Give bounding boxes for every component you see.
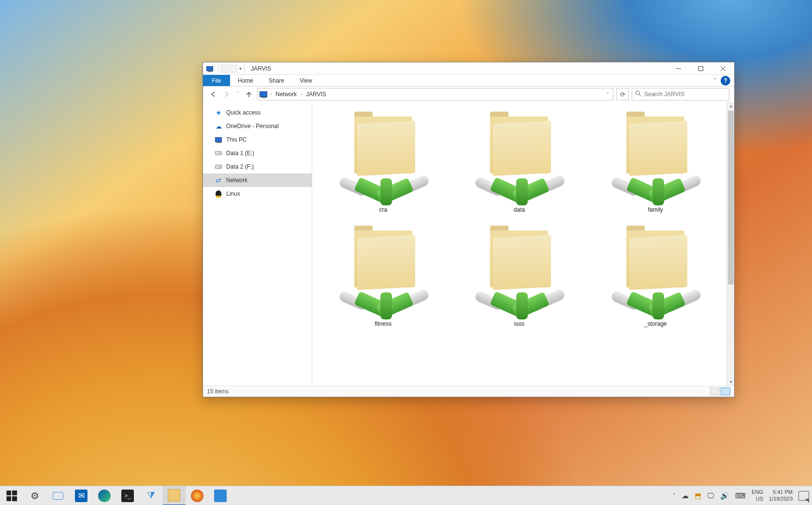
scroll-down-icon[interactable]: ▾ bbox=[727, 378, 735, 386]
share-folder[interactable]: family bbox=[587, 107, 724, 216]
nav-network[interactable]: ⇄ Network bbox=[203, 173, 312, 187]
network-folder-icon bbox=[607, 110, 704, 206]
taskbar-settings[interactable]: ⚙ bbox=[23, 486, 46, 505]
help-icon[interactable]: ? bbox=[721, 76, 730, 86]
taskbar-firefox[interactable] bbox=[186, 486, 209, 505]
drive-icon bbox=[215, 163, 222, 171]
nav-this-pc[interactable]: This PC bbox=[203, 133, 312, 146]
ribbon-expand-icon[interactable]: ˅ bbox=[709, 75, 721, 86]
folder-icon bbox=[168, 489, 180, 502]
share-folder[interactable]: data bbox=[451, 107, 588, 216]
recent-dropdown[interactable]: ˅ bbox=[235, 89, 241, 100]
taskbar-vscode[interactable]: ⧩ bbox=[139, 486, 162, 505]
up-button[interactable] bbox=[244, 89, 254, 100]
scrollbar[interactable]: ▴ ▾ bbox=[726, 102, 734, 386]
nav-quick-access[interactable]: ★ Quick access bbox=[203, 106, 312, 119]
close-button[interactable] bbox=[712, 62, 734, 75]
back-button[interactable] bbox=[208, 89, 218, 100]
breadcrumb-jarvis[interactable]: JARVIS bbox=[305, 91, 327, 98]
lang-secondary: US bbox=[756, 496, 763, 502]
quick-access-toolbar: ▾ bbox=[221, 65, 242, 72]
location-icon bbox=[260, 91, 267, 97]
view-details-button[interactable] bbox=[710, 388, 720, 395]
location-row: ˅ › Network › JARVIS ˅ ⟳ bbox=[203, 87, 734, 102]
start-button[interactable] bbox=[0, 486, 23, 505]
share-folder[interactable]: isos bbox=[451, 221, 588, 330]
folder-label: isos bbox=[514, 320, 524, 327]
nav-label: OneDrive - Personal bbox=[226, 123, 279, 130]
folder-label: fitness bbox=[375, 320, 392, 327]
breadcrumb-network[interactable]: Network bbox=[275, 91, 298, 98]
nav-label: Network bbox=[226, 177, 247, 184]
network-folder-icon bbox=[335, 224, 432, 320]
refresh-button[interactable]: ⟳ bbox=[616, 88, 629, 101]
windows-logo-icon bbox=[7, 490, 17, 501]
chevron-right-icon[interactable]: › bbox=[269, 92, 273, 97]
tab-home[interactable]: Home bbox=[230, 75, 261, 86]
view-icons-button[interactable] bbox=[721, 388, 730, 395]
language-indicator[interactable]: ENG US bbox=[752, 489, 763, 502]
file-tab[interactable]: File bbox=[203, 75, 230, 86]
search-input[interactable] bbox=[644, 91, 726, 98]
clock[interactable]: 5:41 PM 1/19/2023 bbox=[769, 489, 793, 502]
photos-icon bbox=[214, 490, 227, 502]
scroll-thumb[interactable] bbox=[728, 111, 734, 285]
status-text: 15 items bbox=[207, 388, 229, 395]
tab-view[interactable]: View bbox=[292, 75, 320, 86]
taskbar-taskview[interactable] bbox=[46, 486, 70, 505]
edge-icon bbox=[98, 490, 111, 502]
taskbar-mail[interactable]: ✉ bbox=[70, 486, 93, 505]
content-pane[interactable]: cradatafamilyfitnessisos_storage bbox=[312, 102, 726, 386]
folder-label: cra bbox=[379, 206, 387, 213]
tray-overflow-icon[interactable]: ˄ bbox=[673, 492, 676, 499]
taskbar-edge[interactable] bbox=[93, 486, 116, 505]
taskbar: ⚙ ✉ >_ ⧩ ˄ ☁ ⬒ 🖵 🔊 ⌨ ENG US 5:41 PM 1/19… bbox=[0, 486, 812, 505]
desktop: ▾ JARVIS File Home Share View bbox=[0, 0, 812, 505]
onedrive-tray-icon[interactable]: ☁ bbox=[682, 491, 689, 500]
file-explorer-window: ▾ JARVIS File Home Share View bbox=[203, 62, 735, 397]
keyboard-tray-icon[interactable]: ⌨ bbox=[735, 491, 746, 500]
vscode-icon: ⧩ bbox=[145, 490, 157, 502]
nav-linux[interactable]: Linux bbox=[203, 187, 312, 201]
nav-label: Quick access bbox=[226, 109, 261, 116]
lang-primary: ENG bbox=[752, 489, 763, 495]
folder-label: family bbox=[648, 206, 663, 213]
taskbar-terminal[interactable]: >_ bbox=[116, 486, 139, 505]
search-box[interactable] bbox=[632, 88, 729, 101]
taskview-icon bbox=[53, 492, 63, 500]
network-folder-icon bbox=[335, 110, 432, 206]
window-title: JARVIS bbox=[251, 65, 271, 72]
folder-label: data bbox=[514, 206, 525, 213]
system-tray: ˄ ☁ ⬒ 🖵 🔊 ⌨ ENG US 5:41 PM 1/19/2023 bbox=[673, 489, 812, 502]
taskbar-explorer[interactable] bbox=[162, 486, 186, 505]
tux-icon bbox=[215, 190, 222, 198]
share-folder[interactable]: cra bbox=[315, 107, 451, 216]
nav-data1[interactable]: Data 1 (E:) bbox=[203, 146, 312, 160]
forward-button[interactable] bbox=[221, 89, 232, 100]
titlebar[interactable]: ▾ JARVIS bbox=[203, 62, 734, 75]
share-folder[interactable]: _storage bbox=[587, 221, 724, 330]
address-bar[interactable]: › Network › JARVIS ˅ bbox=[257, 88, 613, 101]
action-center-icon[interactable] bbox=[798, 491, 809, 501]
qat-dropdown[interactable]: ▾ bbox=[239, 66, 242, 71]
scroll-up-icon[interactable]: ▴ bbox=[727, 102, 735, 110]
volume-tray-icon[interactable]: 🔊 bbox=[720, 491, 729, 500]
security-tray-icon[interactable]: ⬒ bbox=[695, 491, 701, 500]
qat-properties[interactable] bbox=[221, 65, 229, 72]
svg-line-5 bbox=[639, 94, 641, 96]
nav-onedrive[interactable]: ☁ OneDrive - Personal bbox=[203, 119, 312, 133]
chevron-right-icon[interactable]: › bbox=[300, 92, 303, 97]
display-tray-icon[interactable]: 🖵 bbox=[707, 491, 714, 500]
minimize-button[interactable] bbox=[667, 62, 690, 75]
share-folder[interactable]: fitness bbox=[315, 221, 451, 330]
taskbar-photos[interactable] bbox=[209, 486, 232, 505]
tab-share[interactable]: Share bbox=[261, 75, 292, 86]
qat-newfolder[interactable] bbox=[230, 65, 237, 72]
nav-data2[interactable]: Data 2 (F:) bbox=[203, 160, 312, 173]
terminal-icon: >_ bbox=[121, 490, 134, 502]
nav-label: Data 2 (F:) bbox=[226, 163, 254, 170]
maximize-button[interactable] bbox=[690, 62, 712, 75]
separator bbox=[244, 64, 245, 73]
address-dropdown-icon[interactable]: ˅ bbox=[605, 92, 611, 97]
ribbon: File Home Share View ˅ ? bbox=[203, 75, 734, 87]
